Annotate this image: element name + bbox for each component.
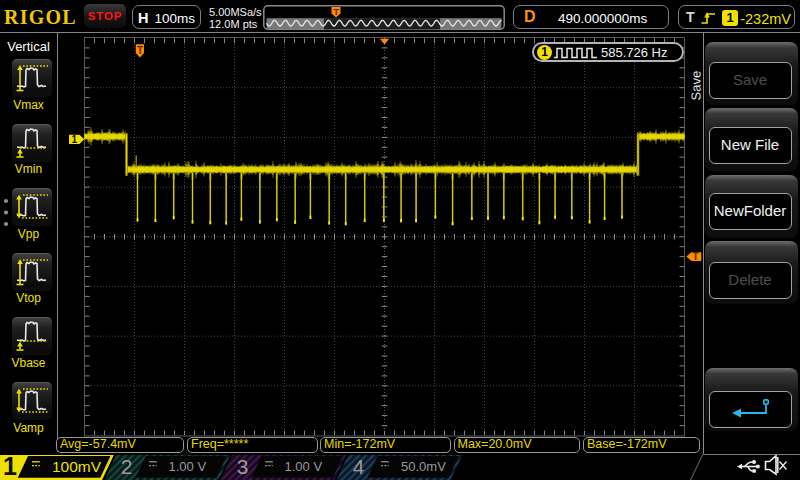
- svg-text:50.0mV: 50.0mV: [401, 459, 446, 474]
- svg-text:1.00 V: 1.00 V: [285, 459, 323, 474]
- svg-text:T: T: [693, 251, 699, 262]
- svg-text:1: 1: [3, 452, 17, 480]
- svg-text:3: 3: [237, 455, 249, 478]
- svg-text:T: T: [137, 45, 143, 56]
- svg-text:4: 4: [353, 455, 365, 478]
- svg-text:100mV: 100mV: [52, 458, 102, 475]
- svg-text:T: T: [333, 6, 339, 17]
- svg-text:2: 2: [121, 455, 133, 478]
- svg-text:1: 1: [72, 134, 78, 145]
- svg-text:1.00 V: 1.00 V: [169, 459, 207, 474]
- svg-text:Save: Save: [689, 71, 704, 101]
